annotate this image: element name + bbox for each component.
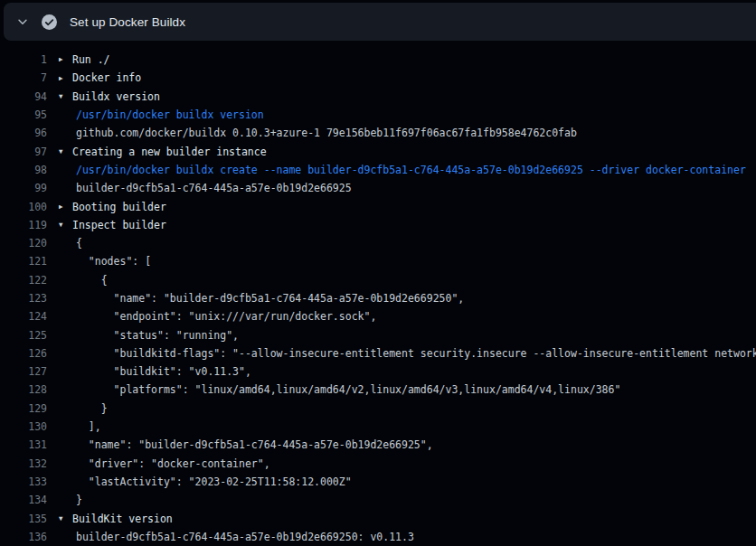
- log-group-title: Buildx version: [72, 90, 160, 103]
- log-output-text: "buildkitd-flags": "--allow-insecure-ent…: [76, 347, 756, 360]
- log-row: 96github.com/docker/buildx 0.10.3+azure-…: [0, 124, 756, 142]
- line-number[interactable]: 126: [0, 347, 47, 360]
- line-number[interactable]: 124: [0, 310, 47, 323]
- log-output-text: "status": "running",: [76, 329, 239, 342]
- log-row: 132 "driver": "docker-container",: [0, 455, 756, 473]
- triangle-down-icon[interactable]: ▼: [59, 93, 72, 100]
- log-output-text: {: [76, 237, 82, 249]
- triangle-down-icon[interactable]: ▼: [59, 515, 72, 522]
- log-output-text: "lastActivity": "2023-02-25T11:58:12.000…: [76, 475, 352, 488]
- line-number[interactable]: 1: [0, 53, 47, 66]
- chevron-down-icon-svg: [16, 15, 29, 28]
- triangle-right-icon[interactable]: ▶: [59, 203, 72, 211]
- line-number[interactable]: 97: [0, 146, 47, 158]
- log-row: 100▶Booting builder: [0, 197, 756, 215]
- log-row: 1▶Run ./: [0, 51, 756, 69]
- log-output-text: builder-d9cfb5a1-c764-445a-a57e-0b19d2e6…: [76, 531, 414, 543]
- line-number[interactable]: 94: [0, 90, 47, 103]
- log-row: 136builder-d9cfb5a1-c764-445a-a57e-0b19d…: [0, 528, 756, 546]
- log-command-text: /usr/bin/docker buildx create --name bui…: [76, 164, 746, 176]
- log-row: 126 "buildkitd-flags": "--allow-insecure…: [0, 344, 756, 362]
- log-row: 120{: [0, 234, 756, 252]
- log-group-toggle[interactable]: ▼Inspect builder: [59, 219, 166, 231]
- log-output-text: }: [76, 402, 108, 415]
- line-number[interactable]: 135: [0, 513, 47, 525]
- log-row: 131 "name": "builder-d9cfb5a1-c764-445a-…: [0, 436, 756, 454]
- log-group-toggle[interactable]: ▼BuildKit version: [59, 513, 173, 525]
- line-number[interactable]: 95: [0, 108, 47, 121]
- line-number[interactable]: 136: [0, 531, 47, 543]
- log-command-text: /usr/bin/docker buildx version: [76, 108, 264, 121]
- log-row: 121 "nodes": [: [0, 252, 756, 270]
- line-number[interactable]: 132: [0, 457, 47, 470]
- line-number[interactable]: 127: [0, 365, 47, 378]
- line-number[interactable]: 134: [0, 494, 47, 506]
- line-number[interactable]: 7: [0, 71, 47, 84]
- line-number[interactable]: 125: [0, 329, 47, 342]
- log-row: 98/usr/bin/docker buildx create --name b…: [0, 161, 756, 179]
- check-icon-svg: [44, 17, 54, 27]
- log-row: 97▼Creating a new builder instance: [0, 142, 756, 160]
- line-number[interactable]: 96: [0, 127, 47, 139]
- line-number[interactable]: 123: [0, 292, 47, 305]
- step-title: Set up Docker Buildx: [70, 15, 185, 29]
- triangle-right-icon[interactable]: ▶: [59, 56, 72, 63]
- triangle-right-icon[interactable]: ▶: [59, 75, 72, 82]
- log-group-toggle[interactable]: ▼Creating a new builder instance: [59, 146, 267, 158]
- log-output-text: builder-d9cfb5a1-c764-445a-a57e-0b19d2e6…: [76, 182, 352, 194]
- log-group-toggle[interactable]: ▶Run ./: [59, 53, 110, 66]
- line-number[interactable]: 121: [0, 255, 47, 268]
- log-output-text: }: [76, 494, 82, 506]
- line-number[interactable]: 130: [0, 420, 47, 433]
- line-number[interactable]: 133: [0, 475, 47, 488]
- log-output-text: "nodes": [: [76, 255, 151, 268]
- log-row: 123 "name": "builder-d9cfb5a1-c764-445a-…: [0, 289, 756, 307]
- log-group-title: Creating a new builder instance: [72, 146, 267, 158]
- log-row: 119▼Inspect builder: [0, 216, 756, 234]
- log-group-title: Run ./: [72, 53, 110, 66]
- log-output-text: "driver": "docker-container",: [76, 457, 270, 470]
- log-group-toggle[interactable]: ▼Buildx version: [59, 90, 160, 103]
- triangle-down-icon[interactable]: ▼: [59, 148, 72, 155]
- log-row: 94▼Buildx version: [0, 88, 756, 106]
- log-row: 125 "status": "running",: [0, 325, 756, 344]
- log-group-toggle[interactable]: ▶Booting builder: [59, 201, 166, 213]
- log-group-toggle[interactable]: ▶Docker info: [59, 71, 141, 84]
- log-row: 122 {: [0, 271, 756, 289]
- line-number[interactable]: 122: [0, 274, 47, 287]
- line-number[interactable]: 120: [0, 237, 47, 249]
- line-number[interactable]: 99: [0, 182, 47, 194]
- log-output-text: github.com/docker/buildx 0.10.3+azure-1 …: [76, 127, 577, 139]
- log-row: 130 ],: [0, 418, 756, 436]
- log-output-text: ],: [76, 420, 101, 433]
- line-number[interactable]: 129: [0, 402, 47, 415]
- log-output: 1▶Run ./7▶Docker info94▼Buildx version95…: [0, 41, 756, 546]
- log-row: 134}: [0, 491, 756, 509]
- log-row: 129 }: [0, 400, 756, 418]
- log-output-text: {: [76, 274, 108, 287]
- step-header[interactable]: Set up Docker Buildx: [4, 3, 756, 41]
- chevron-down-icon[interactable]: [15, 14, 30, 29]
- log-row: 124 "endpoint": "unix:///var/run/docker.…: [0, 307, 756, 325]
- check-circle-icon: [42, 14, 57, 30]
- line-number[interactable]: 100: [0, 201, 47, 213]
- line-number[interactable]: 128: [0, 383, 47, 396]
- log-row: 95/usr/bin/docker buildx version: [0, 106, 756, 124]
- log-row: 99builder-d9cfb5a1-c764-445a-a57e-0b19d2…: [0, 179, 756, 197]
- triangle-down-icon[interactable]: ▼: [59, 221, 72, 229]
- log-output-text: "buildkit": "v0.11.3",: [76, 365, 251, 378]
- log-row: 133 "lastActivity": "2023-02-25T11:58:12…: [0, 473, 756, 491]
- log-output-text: "platforms": "linux/amd64,linux/amd64/v2…: [76, 383, 620, 396]
- log-group-title: Booting builder: [72, 201, 166, 213]
- log-group-title: Inspect builder: [72, 219, 166, 231]
- log-row: 135▼BuildKit version: [0, 509, 756, 527]
- log-output-text: "endpoint": "unix:///var/run/docker.sock…: [76, 310, 376, 323]
- log-group-title: Docker info: [72, 71, 141, 84]
- line-number[interactable]: 98: [0, 164, 47, 176]
- log-row: 127 "buildkit": "v0.11.3",: [0, 362, 756, 381]
- log-output-text: "name": "builder-d9cfb5a1-c764-445a-a57e…: [76, 292, 464, 305]
- log-row: 7▶Docker info: [0, 69, 756, 87]
- line-number[interactable]: 119: [0, 219, 47, 231]
- log-output-text: "name": "builder-d9cfb5a1-c764-445a-a57e…: [76, 438, 433, 451]
- line-number[interactable]: 131: [0, 438, 47, 451]
